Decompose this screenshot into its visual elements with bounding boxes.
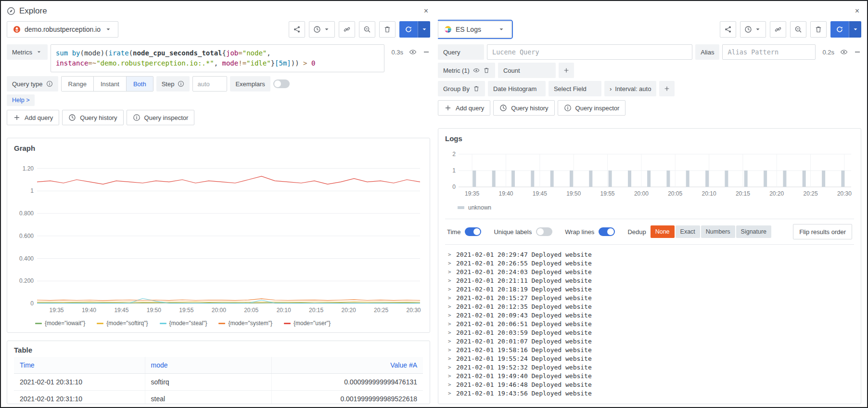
collapse-query-icon[interactable]	[854, 48, 861, 56]
step-input[interactable]	[192, 76, 227, 92]
copy-link-button[interactable]	[770, 21, 786, 38]
time-toggle[interactable]	[465, 227, 481, 236]
table-row[interactable]: 2021-02-01 20:31:10steal0.00199999999895…	[14, 391, 423, 405]
expand-log-icon[interactable]: >	[448, 337, 452, 346]
legend-item[interactable]: {mode="system"}	[218, 320, 272, 327]
query-type-instant[interactable]: Instant	[93, 77, 126, 91]
promql-query-editor[interactable]: sum by(mode)(irate(node_cpu_seconds_tota…	[51, 44, 385, 72]
trash-icon[interactable]	[473, 85, 480, 92]
expand-log-icon[interactable]: >	[448, 329, 452, 337]
legend-item[interactable]: {mode="steal"}	[160, 320, 207, 327]
log-row[interactable]: >2021-02-01 20:24:03 Deployed website	[448, 268, 854, 276]
expand-log-icon[interactable]: >	[448, 294, 452, 303]
dedup-none[interactable]: None	[651, 225, 675, 238]
close-left-pane-button[interactable]: ×	[422, 7, 430, 15]
metrics-selector[interactable]: Metrics	[7, 44, 48, 60]
run-query-button[interactable]	[399, 21, 430, 38]
legend-item[interactable]: {mode="user"}	[284, 320, 331, 327]
run-query-button[interactable]	[830, 21, 861, 38]
eye-icon[interactable]	[840, 48, 848, 56]
log-row[interactable]: >2021-02-01 20:15:27 Deployed website	[448, 294, 854, 303]
expand-log-icon[interactable]: >	[448, 320, 452, 329]
clear-all-button[interactable]	[379, 21, 396, 38]
legend-item[interactable]: {mode="softirq"}	[97, 320, 148, 327]
expand-log-icon[interactable]: >	[448, 363, 452, 372]
graph-chart[interactable]: 1.2010.8000.6000.4000.200019:3519:4019:4…	[14, 157, 423, 318]
add-query-button[interactable]: Add query	[7, 110, 59, 125]
expand-log-icon[interactable]: >	[448, 250, 452, 259]
query-type-range[interactable]: Range	[62, 77, 93, 91]
flip-results-button[interactable]: Flip results order	[793, 224, 852, 239]
add-group-by-button[interactable]	[659, 81, 675, 96]
run-query-options-button[interactable]	[418, 21, 430, 38]
log-row[interactable]: >2021-02-01 19:43:56 Deployed website	[448, 389, 854, 398]
select-field-dropdown[interactable]: Select Field	[549, 81, 601, 96]
query-inspector-button[interactable]: Query inspector	[558, 100, 626, 116]
metric-type-select[interactable]: Count	[498, 63, 556, 78]
expand-log-icon[interactable]: >	[448, 259, 452, 268]
log-row[interactable]: >2021-02-01 19:49:40 Deployed website	[448, 372, 854, 381]
log-row[interactable]: >2021-02-01 20:21:11 Deployed website	[448, 276, 854, 285]
graph-canvas[interactable]: 1.2010.8000.6000.4000.200019:3519:4019:4…	[14, 157, 424, 316]
help-link[interactable]: Help >	[7, 94, 35, 106]
eye-icon[interactable]	[473, 67, 480, 74]
zoom-out-button[interactable]	[790, 21, 806, 38]
clear-all-button[interactable]	[810, 21, 827, 38]
legend-item[interactable]: {mode="iowait"}	[35, 320, 85, 327]
split-share-button[interactable]	[289, 21, 305, 38]
interval-settings-button[interactable]: › Interval: auto	[604, 81, 657, 96]
split-share-button[interactable]	[720, 21, 736, 38]
logs-histogram[interactable]: 01219:3519:4019:4519:5019:5520:0020:0520…	[445, 150, 854, 200]
copy-link-button[interactable]	[339, 21, 355, 38]
alias-input[interactable]	[722, 44, 816, 60]
query-inspector-button[interactable]: Query inspector	[127, 110, 195, 125]
column-header-value-a[interactable]: Value #A	[272, 357, 423, 374]
dedup-signature[interactable]: Signature	[736, 225, 772, 238]
expand-log-icon[interactable]: >	[448, 346, 452, 355]
logs-histogram-canvas[interactable]: 01219:3519:4019:4519:5019:5520:0020:0520…	[445, 150, 855, 198]
add-query-button[interactable]: Add query	[438, 100, 490, 116]
time-picker-button[interactable]	[309, 21, 335, 38]
expand-log-icon[interactable]: >	[448, 381, 452, 389]
expand-log-icon[interactable]: >	[448, 389, 452, 398]
zoom-out-button[interactable]	[359, 21, 375, 38]
run-query-options-button[interactable]	[849, 21, 861, 38]
lucene-query-input[interactable]	[487, 44, 692, 60]
log-row[interactable]: >2021-02-01 20:29:47 Deployed website	[448, 250, 854, 259]
expand-log-icon[interactable]: >	[448, 355, 452, 363]
expand-log-icon[interactable]: >	[448, 268, 452, 276]
log-row[interactable]: >2021-02-01 20:18:19 Deployed website	[448, 285, 854, 294]
unique-labels-toggle[interactable]	[536, 227, 552, 236]
expand-log-icon[interactable]: >	[448, 303, 452, 311]
log-row[interactable]: >2021-02-01 20:12:35 Deployed website	[448, 303, 854, 311]
wrap-lines-toggle[interactable]	[599, 227, 615, 236]
log-row[interactable]: >2021-02-01 19:55:24 Deployed website	[448, 355, 854, 363]
query-history-button[interactable]: Query history	[62, 110, 123, 125]
column-header-time[interactable]: Time	[14, 357, 145, 374]
datasource-picker-left[interactable]: demo.robustperception.io	[7, 21, 118, 38]
collapse-query-icon[interactable]	[422, 48, 430, 56]
expand-log-icon[interactable]: >	[448, 285, 452, 294]
datasource-picker-right[interactable]: ES Logs	[438, 21, 511, 38]
dedup-exact[interactable]: Exact	[676, 225, 700, 238]
expand-log-icon[interactable]: >	[448, 372, 452, 381]
expand-log-icon[interactable]: >	[448, 311, 452, 320]
log-row[interactable]: >2021-02-01 19:46:48 Deployed website	[448, 381, 854, 389]
close-right-pane-button[interactable]: ×	[853, 7, 861, 15]
log-row[interactable]: >2021-02-01 20:09:43 Deployed website	[448, 311, 854, 320]
column-header-mode[interactable]: mode	[145, 357, 272, 374]
eye-icon[interactable]	[409, 48, 417, 56]
exemplars-toggle[interactable]	[273, 79, 290, 88]
log-row[interactable]: >2021-02-01 20:06:51 Deployed website	[448, 320, 854, 329]
query-history-button[interactable]: Query history	[493, 100, 554, 116]
trash-icon[interactable]	[483, 67, 490, 74]
time-picker-button[interactable]	[740, 21, 766, 38]
add-metric-button[interactable]	[559, 63, 574, 78]
table-row[interactable]: 2021-02-01 20:31:10softirq0.000999999999…	[14, 374, 423, 391]
log-row[interactable]: >2021-02-01 20:01:07 Deployed website	[448, 337, 854, 346]
query-type-both[interactable]: Both	[126, 77, 153, 91]
log-row[interactable]: >2021-02-01 19:52:32 Deployed website	[448, 363, 854, 372]
dedup-numbers[interactable]: Numbers	[701, 225, 735, 238]
expand-log-icon[interactable]: >	[448, 276, 452, 285]
log-row[interactable]: >2021-02-01 20:03:59 Deployed website	[448, 329, 854, 337]
